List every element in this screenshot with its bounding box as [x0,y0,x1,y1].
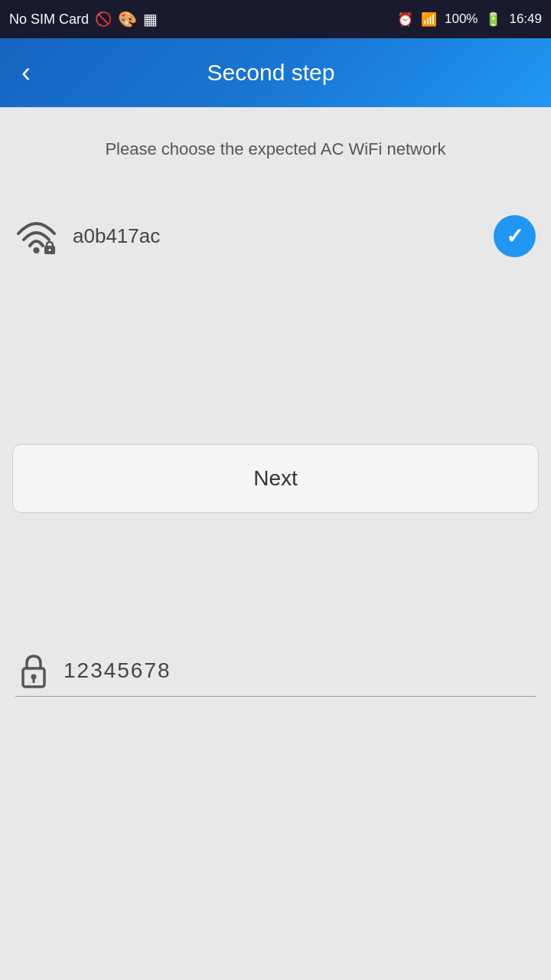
instruction-text: Please choose the expected AC WiFi netwo… [15,138,536,162]
no-sim-text: No SIM Card [9,11,89,28]
checkmark-icon: ✓ [506,224,523,249]
wifi-icon-wrapper [15,215,57,257]
status-right: ⏰ 📶 100% 🔋 16:49 [397,11,542,28]
page-title: Second step [52,60,490,86]
status-bar: No SIM Card 🚫 🎨 ▦ ⏰ 📶 100% 🔋 16:49 [0,0,551,38]
next-button[interactable]: Next [12,444,539,513]
svg-point-2 [49,249,51,251]
alarm-icon: ⏰ [397,11,413,28]
status-left: No SIM Card 🚫 🎨 ▦ [9,10,158,28]
selected-indicator: ✓ [494,215,536,257]
instruction-section: Please choose the expected AC WiFi netwo… [0,107,551,200]
lock-icon [19,653,48,688]
sim-icon: 🚫 [95,11,112,28]
wifi-status-icon: 📶 [421,11,437,28]
password-input-row [15,645,536,697]
back-button[interactable]: ‹ [15,53,37,93]
network-name: a0b417ac [73,224,478,248]
app-bar: ‹ Second step [0,38,551,107]
network-item[interactable]: a0b417ac ✓ [0,200,551,273]
app-icon-1: 🎨 [118,10,137,28]
wifi-secure-icon [15,217,57,255]
battery-icon: 🔋 [485,11,501,28]
svg-point-4 [31,675,37,680]
password-input[interactable] [64,658,532,683]
battery-label: 100% [445,11,478,27]
svg-point-0 [34,247,40,253]
app-icon-2: ▦ [143,10,158,28]
time-display: 16:49 [509,11,542,27]
password-section [0,645,551,697]
main-content: Please choose the expected AC WiFi netwo… [0,107,551,980]
